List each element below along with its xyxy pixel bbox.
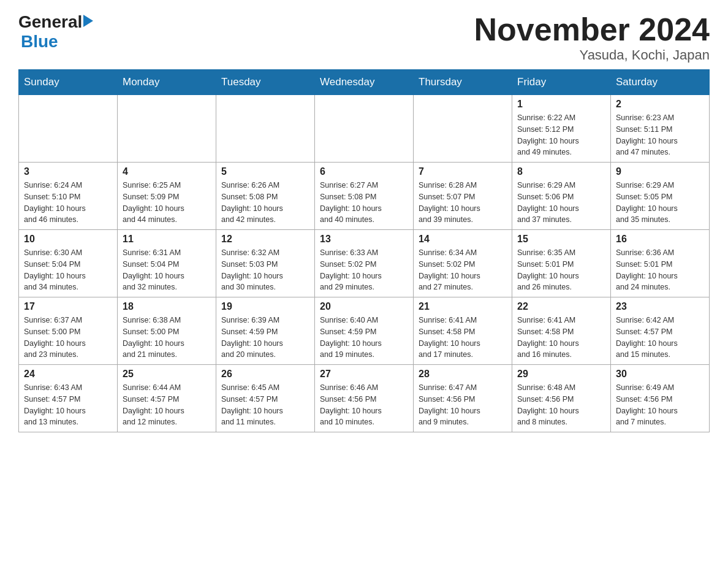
day-number: 20 (320, 301, 408, 312)
calendar-subtitle: Yasuda, Kochi, Japan (474, 47, 710, 63)
day-info: Sunrise: 6:36 AMSunset: 5:01 PMDaylight:… (616, 247, 704, 293)
day-number: 18 (123, 301, 211, 312)
day-number: 6 (320, 166, 408, 177)
day-info: Sunrise: 6:42 AMSunset: 4:57 PMDaylight:… (616, 315, 704, 361)
day-number: 5 (221, 166, 309, 177)
day-info: Sunrise: 6:23 AMSunset: 5:11 PMDaylight:… (616, 112, 704, 158)
calendar-cell: 27Sunrise: 6:46 AMSunset: 4:56 PMDayligh… (315, 365, 414, 432)
day-info: Sunrise: 6:29 AMSunset: 5:05 PMDaylight:… (616, 180, 704, 226)
day-info: Sunrise: 6:40 AMSunset: 4:59 PMDaylight:… (320, 315, 408, 361)
day-info: Sunrise: 6:31 AMSunset: 5:04 PMDaylight:… (123, 247, 211, 293)
calendar-cell: 17Sunrise: 6:37 AMSunset: 5:00 PMDayligh… (19, 297, 118, 365)
weekday-header-saturday: Saturday (611, 70, 710, 95)
day-info: Sunrise: 6:43 AMSunset: 4:57 PMDaylight:… (24, 382, 112, 428)
calendar-cell: 25Sunrise: 6:44 AMSunset: 4:57 PMDayligh… (118, 365, 216, 432)
calendar-cell: 24Sunrise: 6:43 AMSunset: 4:57 PMDayligh… (19, 365, 118, 432)
calendar-cell: 12Sunrise: 6:32 AMSunset: 5:03 PMDayligh… (216, 230, 315, 297)
calendar-title-block: November 2024 Yasuda, Kochi, Japan (474, 12, 710, 63)
calendar-cell: 2Sunrise: 6:23 AMSunset: 5:11 PMDaylight… (611, 95, 710, 163)
day-info: Sunrise: 6:24 AMSunset: 5:10 PMDaylight:… (24, 180, 112, 226)
day-info: Sunrise: 6:49 AMSunset: 4:56 PMDaylight:… (616, 382, 704, 428)
day-number: 27 (320, 369, 408, 380)
logo-blue-text: Blue (21, 32, 58, 51)
day-info: Sunrise: 6:47 AMSunset: 4:56 PMDaylight:… (419, 382, 507, 428)
calendar-cell: 14Sunrise: 6:34 AMSunset: 5:02 PMDayligh… (414, 230, 512, 297)
calendar-week-3: 10Sunrise: 6:30 AMSunset: 5:04 PMDayligh… (19, 230, 710, 297)
calendar-week-2: 3Sunrise: 6:24 AMSunset: 5:10 PMDaylight… (19, 163, 710, 230)
day-info: Sunrise: 6:37 AMSunset: 5:00 PMDaylight:… (24, 315, 112, 361)
calendar-cell: 3Sunrise: 6:24 AMSunset: 5:10 PMDaylight… (19, 163, 118, 230)
calendar-cell: 26Sunrise: 6:45 AMSunset: 4:57 PMDayligh… (216, 365, 315, 432)
day-info: Sunrise: 6:34 AMSunset: 5:02 PMDaylight:… (419, 247, 507, 293)
calendar-cell: 15Sunrise: 6:35 AMSunset: 5:01 PMDayligh… (512, 230, 611, 297)
calendar-cell: 13Sunrise: 6:33 AMSunset: 5:02 PMDayligh… (315, 230, 414, 297)
calendar-cell: 23Sunrise: 6:42 AMSunset: 4:57 PMDayligh… (611, 297, 710, 365)
day-number: 29 (517, 369, 605, 380)
calendar-cell: 7Sunrise: 6:28 AMSunset: 5:07 PMDaylight… (414, 163, 512, 230)
calendar-cell (414, 95, 512, 163)
calendar-cell: 18Sunrise: 6:38 AMSunset: 5:00 PMDayligh… (118, 297, 216, 365)
day-number: 12 (221, 234, 309, 245)
day-number: 8 (517, 166, 605, 177)
day-info: Sunrise: 6:32 AMSunset: 5:03 PMDaylight:… (221, 247, 309, 293)
calendar-cell: 9Sunrise: 6:29 AMSunset: 5:05 PMDaylight… (611, 163, 710, 230)
calendar-cell: 8Sunrise: 6:29 AMSunset: 5:06 PMDaylight… (512, 163, 611, 230)
day-number: 1 (517, 99, 605, 110)
calendar-table: SundayMondayTuesdayWednesdayThursdayFrid… (18, 69, 710, 432)
page-header: General Blue November 2024 Yasuda, Kochi… (18, 12, 710, 63)
day-info: Sunrise: 6:22 AMSunset: 5:12 PMDaylight:… (517, 112, 605, 158)
day-info: Sunrise: 6:48 AMSunset: 4:56 PMDaylight:… (517, 382, 605, 428)
day-number: 11 (123, 234, 211, 245)
calendar-cell (315, 95, 414, 163)
weekday-header-wednesday: Wednesday (315, 70, 414, 95)
calendar-title: November 2024 (474, 12, 710, 47)
calendar-cell: 21Sunrise: 6:41 AMSunset: 4:58 PMDayligh… (414, 297, 512, 365)
weekday-header-friday: Friday (512, 70, 611, 95)
day-info: Sunrise: 6:46 AMSunset: 4:56 PMDaylight:… (320, 382, 408, 428)
day-info: Sunrise: 6:35 AMSunset: 5:01 PMDaylight:… (517, 247, 605, 293)
calendar-cell: 20Sunrise: 6:40 AMSunset: 4:59 PMDayligh… (315, 297, 414, 365)
day-info: Sunrise: 6:39 AMSunset: 4:59 PMDaylight:… (221, 315, 309, 361)
calendar-cell: 19Sunrise: 6:39 AMSunset: 4:59 PMDayligh… (216, 297, 315, 365)
day-number: 7 (419, 166, 507, 177)
calendar-week-4: 17Sunrise: 6:37 AMSunset: 5:00 PMDayligh… (19, 297, 710, 365)
day-number: 15 (517, 234, 605, 245)
day-number: 17 (24, 301, 112, 312)
day-info: Sunrise: 6:45 AMSunset: 4:57 PMDaylight:… (221, 382, 309, 428)
calendar-cell: 22Sunrise: 6:41 AMSunset: 4:58 PMDayligh… (512, 297, 611, 365)
day-number: 23 (616, 301, 704, 312)
day-info: Sunrise: 6:30 AMSunset: 5:04 PMDaylight:… (24, 247, 112, 293)
logo-arrow-icon (83, 15, 93, 27)
calendar-cell: 11Sunrise: 6:31 AMSunset: 5:04 PMDayligh… (118, 230, 216, 297)
day-number: 13 (320, 234, 408, 245)
day-info: Sunrise: 6:29 AMSunset: 5:06 PMDaylight:… (517, 180, 605, 226)
day-info: Sunrise: 6:33 AMSunset: 5:02 PMDaylight:… (320, 247, 408, 293)
day-info: Sunrise: 6:41 AMSunset: 4:58 PMDaylight:… (419, 315, 507, 361)
day-info: Sunrise: 6:38 AMSunset: 5:00 PMDaylight:… (123, 315, 211, 361)
logo: General Blue (18, 12, 93, 52)
day-number: 14 (419, 234, 507, 245)
weekday-header-sunday: Sunday (19, 70, 118, 95)
weekday-header-tuesday: Tuesday (216, 70, 315, 95)
calendar-cell: 5Sunrise: 6:26 AMSunset: 5:08 PMDaylight… (216, 163, 315, 230)
day-number: 3 (24, 166, 112, 177)
weekday-header-monday: Monday (118, 70, 216, 95)
logo-general-text: General (18, 12, 82, 32)
day-number: 2 (616, 99, 704, 110)
day-info: Sunrise: 6:44 AMSunset: 4:57 PMDaylight:… (123, 382, 211, 428)
day-info: Sunrise: 6:41 AMSunset: 4:58 PMDaylight:… (517, 315, 605, 361)
calendar-week-5: 24Sunrise: 6:43 AMSunset: 4:57 PMDayligh… (19, 365, 710, 432)
calendar-cell (19, 95, 118, 163)
day-number: 21 (419, 301, 507, 312)
calendar-cell: 10Sunrise: 6:30 AMSunset: 5:04 PMDayligh… (19, 230, 118, 297)
day-info: Sunrise: 6:26 AMSunset: 5:08 PMDaylight:… (221, 180, 309, 226)
calendar-cell: 4Sunrise: 6:25 AMSunset: 5:09 PMDaylight… (118, 163, 216, 230)
day-info: Sunrise: 6:25 AMSunset: 5:09 PMDaylight:… (123, 180, 211, 226)
day-number: 9 (616, 166, 704, 177)
calendar-cell: 29Sunrise: 6:48 AMSunset: 4:56 PMDayligh… (512, 365, 611, 432)
day-number: 28 (419, 369, 507, 380)
day-info: Sunrise: 6:28 AMSunset: 5:07 PMDaylight:… (419, 180, 507, 226)
calendar-cell (216, 95, 315, 163)
calendar-cell: 16Sunrise: 6:36 AMSunset: 5:01 PMDayligh… (611, 230, 710, 297)
day-number: 24 (24, 369, 112, 380)
